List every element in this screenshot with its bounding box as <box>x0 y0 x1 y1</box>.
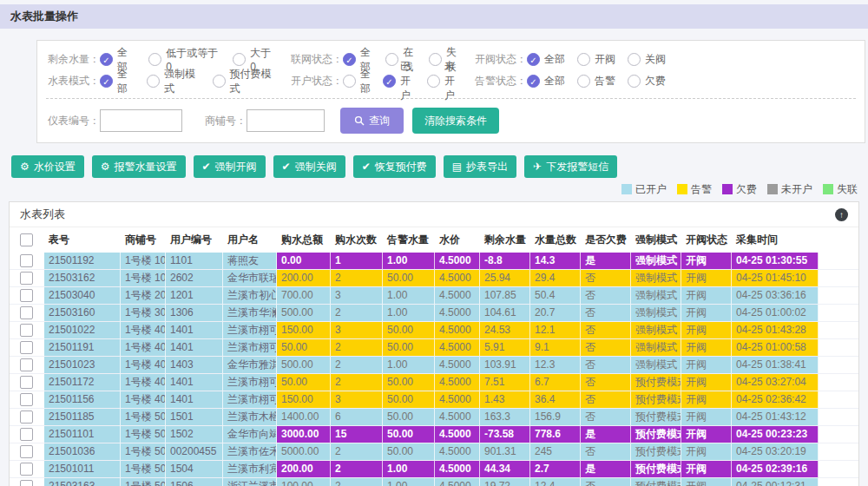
cell-price: 4.5000 <box>435 287 480 305</box>
radio-option[interactable]: ✓已开户 <box>383 59 415 103</box>
radio-option[interactable]: 强制模式 <box>147 67 201 96</box>
clear-search-button[interactable]: 清除搜索条件 <box>412 108 499 134</box>
cell-purchase-total: 1400.00 <box>277 409 331 426</box>
radio-option[interactable]: 关阀 <box>628 52 666 67</box>
cell-meter-no: 21501011 <box>44 461 121 478</box>
cell-purchase-count: 2 <box>331 443 383 461</box>
row-checkbox[interactable] <box>20 306 33 319</box>
radio-icon <box>427 75 440 88</box>
cell-alarm-water: 1.00 <box>383 461 435 478</box>
table-row: 215011561号楼 4061401兰溪市栩可150.00350.004.50… <box>10 391 858 409</box>
cell-shop-no: 1号楼 502 <box>121 426 166 443</box>
row-filler <box>819 270 858 287</box>
row-checkbox[interactable] <box>20 445 33 458</box>
radio-option[interactable]: ✓全部 <box>527 74 565 89</box>
cell-mode: 预付费模式 <box>631 391 681 409</box>
legend-label: 已开户 <box>635 182 667 197</box>
row-checkbox[interactable] <box>20 410 33 424</box>
cell-purchase-count: 3 <box>331 391 383 409</box>
row-checkbox[interactable] <box>20 376 33 389</box>
radio-option[interactable]: 告警 <box>577 74 615 89</box>
shop-no-input[interactable] <box>247 109 325 132</box>
row-checkbox[interactable] <box>20 254 33 267</box>
row-checkbox[interactable] <box>20 358 33 371</box>
cell-user-no: 00200455 <box>166 443 223 461</box>
table-row: 215010361号楼 50300200455兰溪市佐禾5000.00250.0… <box>10 443 858 461</box>
cell-mode: 预付费模式 <box>631 426 681 443</box>
table-row: 215011851号楼 5011501兰溪市木榕1400.00650.004.5… <box>10 409 858 426</box>
cell-purchase-count: 3 <box>331 322 383 339</box>
radio-option-label: 已开户 <box>400 59 415 103</box>
cell-shop-no: 1号楼 506 <box>121 478 166 486</box>
cell-user-no: 1201 <box>166 287 223 305</box>
table-row: 215031631号楼 5061506浙江兰溪市100.0021.004.500… <box>10 478 858 486</box>
cell-purchase-count: 15 <box>331 426 383 443</box>
row-checkbox-cell <box>10 339 44 357</box>
search-button[interactable]: 查询 <box>340 108 404 134</box>
radio-option[interactable]: 开阀 <box>577 52 615 67</box>
table-row: 215031621号楼 1042602金华市联瑞200.00250.004.50… <box>10 270 858 287</box>
radio-option[interactable]: 预付费模式 <box>213 67 276 96</box>
row-checkbox[interactable] <box>20 289 33 302</box>
action-button[interactable]: ⚙报警水量设置 <box>92 155 186 178</box>
row-checkbox[interactable] <box>20 428 33 441</box>
legend-label: 失联 <box>837 182 858 197</box>
cell-mode: 强制模式 <box>631 270 681 287</box>
radio-option[interactable]: 全部 <box>343 67 371 96</box>
cell-alarm-water: 50.00 <box>383 339 435 357</box>
radio-option[interactable]: 未开户 <box>427 59 459 103</box>
legend-swatch <box>677 184 687 194</box>
filter-group: 水表模式✓全部强制模式预付费模式 <box>44 67 287 96</box>
cell-total-water: 12.3 <box>530 357 581 374</box>
cell-collect-time: 04-25 02:36:42 <box>732 391 819 409</box>
cell-is-arrears: 否 <box>581 357 631 374</box>
action-button[interactable]: ✔恢复预付费 <box>353 155 436 178</box>
cell-total-water: 6.7 <box>530 374 581 391</box>
row-checkbox[interactable] <box>20 324 33 337</box>
row-checkbox[interactable] <box>20 393 33 406</box>
cell-user-no: 2602 <box>166 270 223 287</box>
cell-price: 4.5000 <box>435 374 480 391</box>
collapse-panel-icon[interactable]: ↑ <box>835 208 848 221</box>
cell-purchase-count: 6 <box>331 409 383 426</box>
cell-is-arrears: 是 <box>581 461 631 478</box>
cell-alarm-water: 50.00 <box>383 270 435 287</box>
cell-meter-no: 21501185 <box>44 409 121 426</box>
legend-item: 未开户 <box>767 182 812 197</box>
filter-group: 开阀状态✓全部开阀关阀 <box>471 52 678 67</box>
cell-valve-status: 开阀 <box>681 461 732 478</box>
radio-option[interactable]: ✓全部 <box>100 67 135 96</box>
cell-user-name: 兰溪市木榕 <box>223 409 277 426</box>
cell-meter-no: 21501156 <box>44 391 121 409</box>
action-button[interactable]: ⚙水价设置 <box>11 155 84 178</box>
radio-checked-icon: ✓ <box>527 75 540 88</box>
meter-no-input[interactable] <box>100 109 182 132</box>
action-button[interactable]: ✔强制关阀 <box>273 155 345 178</box>
radio-option[interactable]: 欠费 <box>628 74 666 89</box>
cell-collect-time: 04-25 02:39:16 <box>732 461 819 478</box>
row-checkbox[interactable] <box>20 272 33 285</box>
action-button-label: 水价设置 <box>34 160 76 174</box>
select-all-checkbox[interactable] <box>20 233 33 246</box>
cell-is-arrears: 否 <box>581 374 631 391</box>
row-checkbox[interactable] <box>20 341 33 354</box>
table-panel-header: 水表列表 ↑ <box>10 202 858 227</box>
action-button[interactable]: ✔强制开阀 <box>194 155 266 178</box>
filter-group-label: 告警状态 <box>471 74 527 89</box>
cell-remaining-water: 7.51 <box>480 374 530 391</box>
action-button[interactable]: ✈下发报警短信 <box>524 155 617 178</box>
cell-remaining-water: 5.91 <box>480 339 530 357</box>
table-row: 215030401号楼 2011201兰溪市初心700.0031.004.500… <box>10 287 858 305</box>
row-checkbox[interactable] <box>20 480 33 486</box>
radio-option[interactable]: ✓全部 <box>527 52 565 67</box>
cell-collect-time: 04-25 01:00:58 <box>732 339 819 357</box>
row-checkbox[interactable] <box>20 463 33 476</box>
action-button-label: 下发报警短信 <box>546 160 608 174</box>
cell-mode: 预付费模式 <box>631 374 681 391</box>
action-button[interactable]: ▤抄表导出 <box>444 155 516 178</box>
radio-option-label: 全部 <box>117 67 135 96</box>
action-button-label: 报警水量设置 <box>115 160 177 174</box>
cell-remaining-water: 163.3 <box>480 409 530 426</box>
cell-mode: 强制模式 <box>631 322 681 339</box>
column-header-total-water: 水量总数 <box>530 227 581 253</box>
